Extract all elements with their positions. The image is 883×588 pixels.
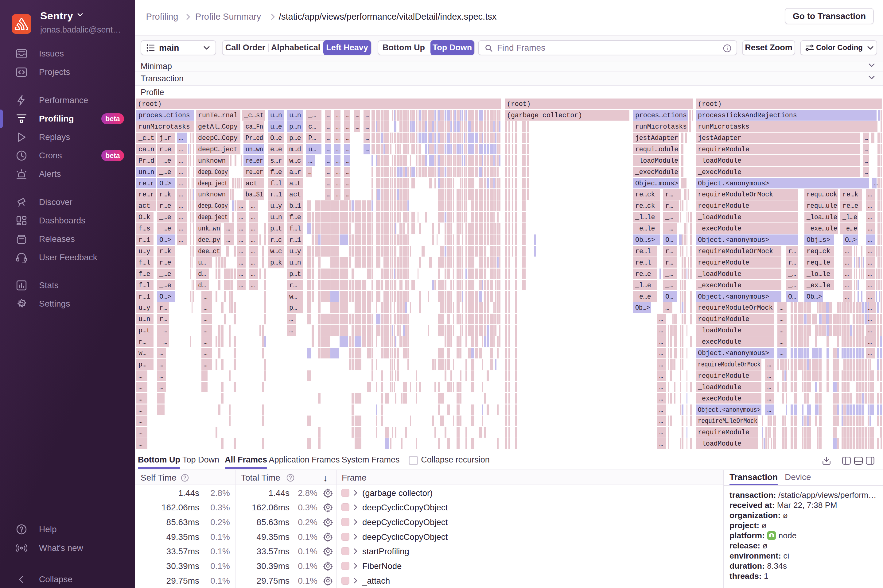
svg-text:…: …: [865, 157, 868, 165]
svg-text:jestAdapter: jestAdapter: [635, 134, 678, 142]
svg-text:requireModuleOrMock: requireModuleOrMock: [698, 304, 773, 312]
svg-text:w…c: w…c: [289, 157, 301, 165]
svg-text:…: …: [239, 248, 243, 255]
svg-text:r…: r…: [138, 338, 146, 345]
svg-text:…: …: [179, 157, 183, 165]
svg-text:…: …: [779, 338, 784, 345]
svg-text:Object.<anonymous>: Object.<anonymous>: [698, 180, 769, 187]
svg-text:u…y: u…y: [270, 202, 282, 210]
svg-text:c…: c…: [308, 123, 316, 130]
svg-text:_e…e: _e…e: [635, 293, 651, 300]
svg-text:…: …: [204, 361, 207, 368]
svg-text:r…k: r…k: [159, 248, 171, 255]
svg-text:…: …: [239, 214, 243, 221]
svg-text:w…c: w…c: [270, 248, 282, 255]
svg-text:…: …: [251, 214, 255, 221]
svg-text:…: …: [159, 384, 163, 391]
svg-text:…: …: [865, 146, 868, 153]
svg-text:…: …: [346, 180, 349, 187]
svg-text:…: …: [327, 168, 330, 176]
svg-text:…: …: [779, 304, 784, 312]
svg-text:p…k: p…k: [270, 259, 282, 266]
svg-text:…: …: [336, 157, 339, 165]
svg-text:_execModule: _execModule: [698, 338, 742, 345]
svg-text:…: …: [868, 327, 872, 334]
svg-text:Object.<anonymous>: Object.<anonymous>: [698, 293, 769, 300]
svg-text:requireModule: requireModule: [698, 259, 749, 266]
svg-text:u…n: u…n: [270, 112, 282, 119]
svg-text:Ob…>: Ob…>: [635, 304, 650, 312]
svg-text:f…l: f…l: [270, 180, 282, 187]
svg-text:…: …: [327, 134, 330, 142]
svg-text:O…: O…: [665, 293, 673, 300]
svg-text:deepC…ject: deepC…ject: [198, 146, 238, 153]
svg-text:…: …: [159, 361, 163, 368]
svg-text:_loadModule: _loadModule: [698, 214, 742, 221]
svg-text:f…e: f…e: [289, 214, 301, 221]
svg-text:_execModule: _execModule: [698, 282, 742, 289]
svg-text:_l…le: _l…le: [635, 214, 655, 221]
svg-text:j…r: j…r: [159, 134, 171, 142]
svg-text:r…: r…: [159, 304, 167, 312]
svg-text:…: …: [868, 293, 872, 300]
svg-text:…: …: [868, 338, 872, 345]
svg-text:…: …: [346, 134, 349, 142]
svg-text:…: …: [204, 315, 207, 323]
svg-text:…: …: [308, 157, 312, 165]
svg-text:…: …: [138, 429, 143, 436]
svg-text:O…>: O…>: [159, 236, 171, 244]
svg-text:w…: w…: [138, 350, 146, 357]
svg-text:r…: r…: [665, 259, 673, 266]
svg-text:requireModule: requireModule: [698, 315, 749, 323]
svg-text:re…r: re…r: [138, 191, 155, 198]
svg-text:p…t: p…t: [138, 327, 150, 334]
svg-text:…: …: [659, 372, 663, 380]
svg-text:…: …: [868, 282, 872, 289]
svg-text:…: …: [239, 259, 243, 266]
svg-text:…: …: [665, 304, 669, 312]
svg-text:…: …: [779, 315, 784, 323]
svg-text:…: …: [179, 202, 183, 210]
svg-text:…: …: [204, 293, 207, 300]
svg-text:…: …: [767, 384, 771, 391]
svg-text:…: …: [845, 248, 849, 255]
svg-text:…: …: [346, 157, 349, 165]
svg-text:requireModuleOrMock: requireModuleOrMock: [698, 248, 773, 255]
svg-text:requireModuleOrMock: requireModuleOrMock: [698, 191, 773, 198]
svg-text:a…t: a…t: [289, 180, 301, 187]
svg-text:…: …: [767, 372, 771, 380]
svg-text:r…k: r…k: [159, 191, 171, 198]
svg-text:…: …: [845, 282, 849, 289]
svg-text:_lo…le: _lo…le: [806, 270, 830, 278]
svg-text:_loadModule: _loadModule: [698, 327, 742, 334]
svg-text:…: …: [845, 259, 849, 266]
svg-text:_loadModule: _loadModule: [698, 440, 742, 447]
svg-text:re…l: re…l: [635, 259, 651, 266]
svg-text:…: …: [874, 180, 878, 187]
svg-text:…: …: [346, 146, 349, 153]
svg-text:r…: r…: [289, 282, 297, 289]
svg-text:…: …: [251, 259, 255, 266]
svg-text:…: …: [327, 123, 330, 130]
svg-text:…: …: [289, 327, 293, 334]
svg-text:r…1: r…1: [289, 236, 301, 244]
svg-text:_loadModule: _loadModule: [698, 157, 742, 165]
svg-text:requireM…leOrMock: requireM…leOrMock: [698, 417, 757, 425]
svg-text:u…y: u…y: [138, 248, 150, 255]
svg-text:dee…ct: dee…ct: [198, 248, 220, 255]
svg-text:requireModule: requireModule: [698, 146, 749, 153]
svg-text:r…: r…: [788, 248, 796, 255]
svg-text:unknown: unknown: [198, 157, 226, 165]
svg-text:_…: _…: [159, 338, 167, 345]
svg-text:_c…st: _c…st: [244, 112, 264, 119]
svg-text:_loa…ule: _loa…ule: [806, 214, 837, 221]
svg-text:…: …: [868, 214, 872, 221]
svg-text:…: …: [659, 315, 663, 323]
svg-text:getAl…Copy: getAl…Copy: [198, 123, 238, 130]
svg-text:b…1: b…1: [289, 202, 301, 210]
svg-text:requireModule: requireModule: [698, 372, 749, 380]
svg-text:proces…ctions: proces…ctions: [635, 112, 687, 119]
svg-text:…: …: [138, 417, 143, 425]
svg-text:act: act: [289, 191, 301, 198]
svg-text:…: …: [327, 112, 330, 119]
